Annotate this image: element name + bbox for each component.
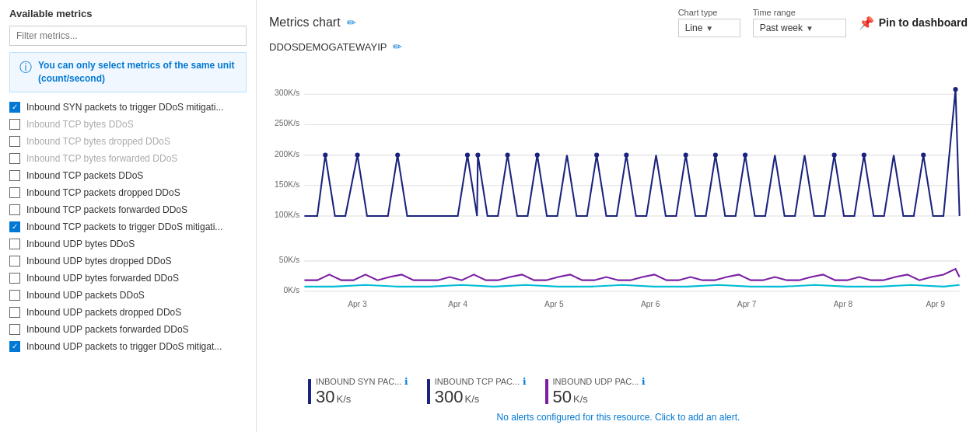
legend-value-row: 300K/s: [435, 387, 527, 407]
chart-type-select[interactable]: Line ▼: [678, 19, 740, 37]
svg-text:Apr 4: Apr 4: [448, 300, 467, 308]
legend-unit: K/s: [336, 393, 351, 405]
metric-item[interactable]: Inbound TCP bytes forwarded DDoS: [0, 150, 256, 167]
metric-item[interactable]: Inbound TCP packets dropped DDoS: [0, 184, 256, 201]
metric-checkbox[interactable]: [9, 102, 20, 113]
pin-to-dashboard-button[interactable]: 📌 Pin to dashboard: [859, 16, 968, 30]
chart-type-value: Line: [685, 23, 703, 33]
legend-item: INBOUND TCP PAC... ℹ300K/s: [427, 376, 527, 407]
chart-title-edit-icon[interactable]: ✏: [347, 16, 356, 29]
svg-text:150K/s: 150K/s: [275, 180, 299, 189]
svg-point-35: [921, 153, 926, 158]
svg-text:Apr 5: Apr 5: [544, 300, 564, 308]
chart-type-label: Chart type: [678, 8, 740, 17]
right-panel: Metrics chart ✏ Chart type Line ▼ Time r…: [257, 0, 980, 432]
legend-color-bar: [545, 379, 548, 404]
svg-point-31: [713, 153, 718, 158]
svg-point-30: [684, 153, 688, 158]
filter-input[interactable]: [9, 26, 247, 46]
metric-label: Inbound TCP packets forwarded DDoS: [26, 204, 187, 215]
chart-type-arrow-icon: ▼: [705, 24, 713, 33]
metric-checkbox[interactable]: [9, 221, 20, 232]
metrics-chart-svg: 300K/s 250K/s 200K/s 150K/s 100K/s 50K/s…: [269, 57, 968, 371]
metric-item[interactable]: Inbound UDP bytes DDoS: [0, 235, 256, 253]
legend-value: 50: [553, 387, 572, 406]
metric-label: Inbound UDP packets DDoS: [26, 290, 145, 301]
legend-value: 300: [435, 387, 464, 406]
resource-label: DDOSDEMOGATEWAYIP ✏: [269, 40, 968, 53]
metric-label: Inbound UDP packets dropped DDoS: [26, 307, 181, 318]
metric-item[interactable]: Inbound TCP packets to trigger DDoS miti…: [0, 218, 256, 235]
alert-text[interactable]: No alerts configured for this resource. …: [269, 410, 968, 424]
svg-point-32: [743, 153, 747, 158]
legend-text-group: INBOUND UDP PAC... ℹ50K/s: [553, 376, 646, 407]
metric-checkbox[interactable]: [9, 324, 20, 335]
metric-label: Inbound TCP bytes forwarded DDoS: [26, 153, 177, 164]
metric-checkbox[interactable]: [9, 153, 20, 164]
filter-wrapper: [0, 26, 256, 52]
metric-item[interactable]: Inbound UDP packets DDoS: [0, 287, 256, 304]
metric-item[interactable]: Inbound TCP packets forwarded DDoS: [0, 201, 256, 218]
metric-item[interactable]: Inbound UDP packets forwarded DDoS: [0, 321, 256, 338]
metric-item[interactable]: Inbound UDP packets to trigger DDoS miti…: [0, 338, 256, 355]
metric-label: Inbound UDP bytes DDoS: [26, 239, 135, 249]
time-range-arrow-icon: ▼: [806, 24, 814, 33]
metric-checkbox[interactable]: [9, 307, 20, 318]
svg-point-28: [594, 153, 599, 158]
legend-info-icon[interactable]: ℹ: [639, 376, 645, 387]
pin-icon: 📌: [859, 16, 874, 30]
legend-color-bar: [308, 379, 311, 404]
metric-item[interactable]: Inbound TCP bytes dropped DDoS: [0, 133, 256, 150]
svg-text:100K/s: 100K/s: [275, 211, 299, 219]
time-range-label: Time range: [753, 8, 846, 17]
svg-text:50K/s: 50K/s: [279, 256, 299, 264]
metric-label: Inbound UDP bytes forwarded DDoS: [26, 273, 179, 284]
svg-text:Apr 3: Apr 3: [348, 300, 367, 308]
svg-text:Apr 9: Apr 9: [926, 300, 945, 308]
legend-info-icon[interactable]: ℹ: [520, 376, 526, 387]
svg-point-33: [832, 153, 837, 158]
metric-item[interactable]: Inbound UDP packets dropped DDoS: [0, 304, 256, 321]
metric-label: Inbound TCP packets DDoS: [26, 170, 143, 181]
main-container: Available metrics ⓘ You can only select …: [0, 0, 980, 432]
metric-label: Inbound UDP bytes dropped DDoS: [26, 256, 172, 267]
info-banner: ⓘ You can only select metrics of the sam…: [9, 52, 247, 92]
chart-header: Metrics chart ✏ Chart type Line ▼ Time r…: [269, 8, 968, 37]
metric-checkbox[interactable]: [9, 290, 20, 301]
legend-item: INBOUND SYN PAC... ℹ30K/s: [308, 376, 408, 407]
legend-info-icon[interactable]: ℹ: [401, 376, 408, 387]
left-panel: Available metrics ⓘ You can only select …: [0, 0, 257, 432]
metric-checkbox[interactable]: [9, 119, 20, 130]
metric-item[interactable]: Inbound TCP packets DDoS: [0, 167, 256, 184]
metric-label: Inbound UDP packets forwarded DDoS: [26, 324, 189, 335]
metric-checkbox[interactable]: [9, 239, 20, 249]
metric-item[interactable]: Inbound UDP bytes forwarded DDoS: [0, 270, 256, 287]
legend-value: 30: [316, 387, 334, 406]
metric-checkbox[interactable]: [9, 341, 20, 352]
metric-label: Inbound UDP packets to trigger DDoS miti…: [26, 341, 222, 352]
metric-checkbox[interactable]: [9, 136, 20, 147]
metric-checkbox[interactable]: [9, 204, 20, 215]
svg-point-21: [323, 153, 327, 158]
svg-text:250K/s: 250K/s: [275, 119, 299, 127]
svg-text:200K/s: 200K/s: [275, 150, 299, 159]
metric-checkbox[interactable]: [9, 256, 20, 267]
time-range-value: Past week: [760, 23, 803, 33]
header-controls: Chart type Line ▼ Time range Past week ▼…: [678, 8, 968, 37]
metrics-list: Inbound SYN packets to trigger DDoS miti…: [0, 99, 256, 424]
metric-item[interactable]: Inbound TCP bytes DDoS: [0, 116, 256, 133]
metric-checkbox[interactable]: [9, 170, 20, 181]
metric-checkbox[interactable]: [9, 273, 20, 284]
pin-button-label: Pin to dashboard: [879, 16, 968, 29]
legend-label: INBOUND TCP PAC... ℹ: [435, 376, 527, 387]
legend-item: INBOUND UDP PAC... ℹ50K/s: [545, 376, 646, 407]
metric-label: Inbound TCP packets dropped DDoS: [26, 187, 180, 198]
time-range-select[interactable]: Past week ▼: [753, 19, 846, 37]
metric-label: Inbound TCP packets to trigger DDoS miti…: [26, 221, 222, 232]
metric-item[interactable]: Inbound SYN packets to trigger DDoS miti…: [0, 99, 256, 116]
legend-value-row: 30K/s: [316, 387, 408, 407]
metric-item[interactable]: Inbound UDP bytes dropped DDoS: [0, 253, 256, 270]
resource-edit-icon[interactable]: ✏: [393, 40, 402, 53]
info-icon: ⓘ: [19, 60, 32, 76]
metric-checkbox[interactable]: [9, 187, 20, 198]
